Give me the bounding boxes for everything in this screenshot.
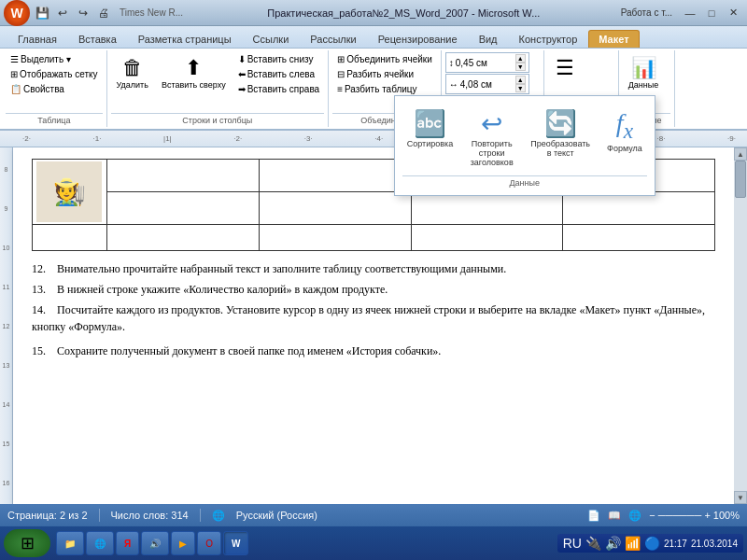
insert-right-button[interactable]: ➡ Вставить справа xyxy=(233,82,324,96)
font-name-display: Times New R... xyxy=(116,7,187,18)
tab-glavnaya[interactable]: Главная xyxy=(7,30,67,48)
zoom-control[interactable]: − ────── + 100% xyxy=(649,510,740,521)
group-strok-content: 🗑 Удалить ⬆ Вставить сверху ⬇ Вставить с… xyxy=(111,52,325,113)
svoystva-button[interactable]: 📋 Свойства xyxy=(6,82,69,96)
text-item-15: 15. Сохраните полученный документ в свое… xyxy=(32,343,715,359)
split-icon: ⊟ xyxy=(337,69,345,79)
data-button[interactable]: 📊 Данные xyxy=(623,52,665,93)
taskbar: ⊞ 📁 🌐 Я 🔊 ▶ O W RU 🔌 🔊 📶 🔵 21:17 xyxy=(0,526,747,560)
windows-icon: ⊞ xyxy=(21,533,35,553)
vertical-scrollbar[interactable]: ▲ ▼ xyxy=(734,147,747,504)
yandex-icon: Я xyxy=(124,539,131,549)
taskbar-ie-button[interactable]: 🌐 xyxy=(86,531,114,555)
width-icon: ↔ xyxy=(449,79,458,90)
vydelit-button[interactable]: ☰ Выделить ▾ xyxy=(6,52,76,66)
undo-qa-button[interactable]: ↩ xyxy=(53,4,72,22)
ribbon-context-label: Работа с т... xyxy=(621,7,680,18)
taskbar-opera-button[interactable]: O xyxy=(197,531,221,555)
cell-height-field[interactable]: ↕ 0,45 см ▲ ▼ xyxy=(445,52,529,73)
sort-popup-btn[interactable]: 🔤 Сортировка xyxy=(402,104,458,172)
taskbar-word-button[interactable]: W xyxy=(223,531,248,555)
height-down[interactable]: ▼ xyxy=(515,63,526,71)
save-qa-button[interactable]: 💾 xyxy=(33,4,51,22)
alignment-button[interactable]: ☰ xyxy=(548,52,582,84)
document-text: 12. Внимательно прочитайте набранный тек… xyxy=(32,260,715,359)
minimize-button[interactable]: — xyxy=(680,5,700,21)
item-num-12: 12. xyxy=(32,260,54,277)
split-table-button[interactable]: ≡ Разбить таблицу xyxy=(332,82,421,96)
lang-icon: 🌐 xyxy=(212,510,225,522)
grid-icon: ⊞ xyxy=(10,69,18,79)
repeat-popup-btn[interactable]: ↩ Повторить строки заголовков xyxy=(465,104,518,172)
formula-popup-btn[interactable]: fx Формула xyxy=(602,104,647,172)
group-tablica-content: ☰ Выделить ▾ ⊞ Отображать сетку 📋 Свойст… xyxy=(6,52,103,113)
ribbon-section: ☰ Выделить ▾ ⊞ Отображать сетку 📋 Свойст… xyxy=(2,50,675,127)
tab-vstavka[interactable]: Вставка xyxy=(68,30,127,48)
document-body: 8910111213141516 🧑‍🌾 xyxy=(0,147,747,504)
table-cell-2-5 xyxy=(563,192,715,225)
zoom-in-button[interactable]: + xyxy=(704,510,710,521)
merge-button[interactable]: ⊞ Объединить ячейки xyxy=(332,52,437,66)
group-strok-label: Строки и столбцы xyxy=(111,113,325,125)
taskbar-yandex-button[interactable]: Я xyxy=(116,531,139,555)
tab-recenz[interactable]: Рецензирование xyxy=(368,30,468,48)
item-text-15: Сохраните полученный документ в своей па… xyxy=(57,344,441,357)
view-normal-icon[interactable]: 📄 xyxy=(587,510,600,522)
ie-icon: 🌐 xyxy=(94,539,106,549)
cursor-icon: ☰ xyxy=(10,54,19,64)
network-icon: 🔌 xyxy=(585,536,601,551)
scroll-thumb[interactable] xyxy=(735,161,746,198)
split-button[interactable]: ⊟ Разбить ячейки xyxy=(332,67,418,81)
tab-maket[interactable]: Макет xyxy=(588,30,639,48)
width-up[interactable]: ▲ xyxy=(515,76,526,84)
udalit-button[interactable]: 🗑 Удалить xyxy=(111,52,154,93)
scroll-up-button[interactable]: ▲ xyxy=(734,147,747,161)
volume-icon: 🔊 xyxy=(605,536,621,551)
insert-above-button[interactable]: ⬆ Вставить сверху xyxy=(156,52,232,93)
titlebar-left: W 💾 ↩ ↪ 🖨 Times New R... xyxy=(4,0,187,26)
height-spinners: ▲ ▼ xyxy=(515,54,526,71)
print-qa-button[interactable]: 🖨 xyxy=(94,4,113,22)
zoom-out-button[interactable]: − xyxy=(649,510,655,521)
width-down[interactable]: ▼ xyxy=(515,84,526,92)
clock-date: 21.03.2014 xyxy=(691,539,738,549)
popup-buttons: 🔤 Сортировка ↩ Повторить строки заголовк… xyxy=(402,104,647,172)
statusbar-right: 📄 📖 🌐 − ────── + 100% xyxy=(587,510,740,522)
insert-right-icon: ➡ xyxy=(238,84,246,94)
tab-konstruktor[interactable]: Конструктор xyxy=(509,30,588,48)
otobrazit-button[interactable]: ⊞ Отображать сетку xyxy=(6,67,103,81)
cell-width-field[interactable]: ↔ 4,08 см ▲ ▼ xyxy=(445,74,529,94)
data-icon: 📊 xyxy=(631,56,656,80)
insert-left-button[interactable]: ⬅ Вставить слева xyxy=(233,67,324,81)
convert-popup-btn[interactable]: 🔄 Преобразовать в текст xyxy=(526,104,595,172)
taskbar-yandex2-button[interactable]: ▶ xyxy=(171,531,195,555)
sound-icon: 🔊 xyxy=(149,539,161,549)
height-up[interactable]: ▲ xyxy=(515,54,526,63)
redo-qa-button[interactable]: ↪ xyxy=(74,4,92,22)
tab-vid[interactable]: Вид xyxy=(469,30,508,48)
table-row xyxy=(33,225,715,251)
view-web-icon[interactable]: 🌐 xyxy=(628,510,641,522)
text-item-14: 14. Посчитайте каждого из продуктов. Уст… xyxy=(32,301,715,335)
vertical-ruler: 8910111213141516 xyxy=(0,147,13,504)
table-cell-3-2 xyxy=(107,225,260,251)
sort-icon: 🔤 xyxy=(414,108,446,139)
taskbar-sound-button[interactable]: 🔊 xyxy=(141,531,169,555)
scroll-track xyxy=(734,161,747,491)
scroll-down-button[interactable]: ▼ xyxy=(734,491,747,504)
item-text-14: Посчитайте каждого из продуктов. Установ… xyxy=(32,303,705,333)
quick-access-toolbar: 💾 ↩ ↪ 🖨 xyxy=(33,4,113,22)
start-button[interactable]: ⊞ xyxy=(4,529,50,557)
soldier-image: 🧑‍🌾 xyxy=(36,161,102,222)
view-read-icon[interactable]: 📖 xyxy=(608,510,621,522)
insert-below-button[interactable]: ⬇ Вставить снизу xyxy=(233,52,324,66)
tab-rassylki[interactable]: Рассылки xyxy=(300,30,366,48)
maximize-button[interactable]: □ xyxy=(701,5,722,21)
office-button[interactable]: W xyxy=(4,0,30,26)
ribbon: ☰ Выделить ▾ ⊞ Отображать сетку 📋 Свойст… xyxy=(0,49,747,131)
lang-tray-icon[interactable]: RU xyxy=(563,536,582,551)
tab-razmetka[interactable]: Разметка страницы xyxy=(128,30,242,48)
close-button[interactable]: ✕ xyxy=(723,5,743,21)
taskbar-folder-button[interactable]: 📁 xyxy=(56,531,84,555)
tab-ssylki[interactable]: Ссылки xyxy=(243,30,300,48)
